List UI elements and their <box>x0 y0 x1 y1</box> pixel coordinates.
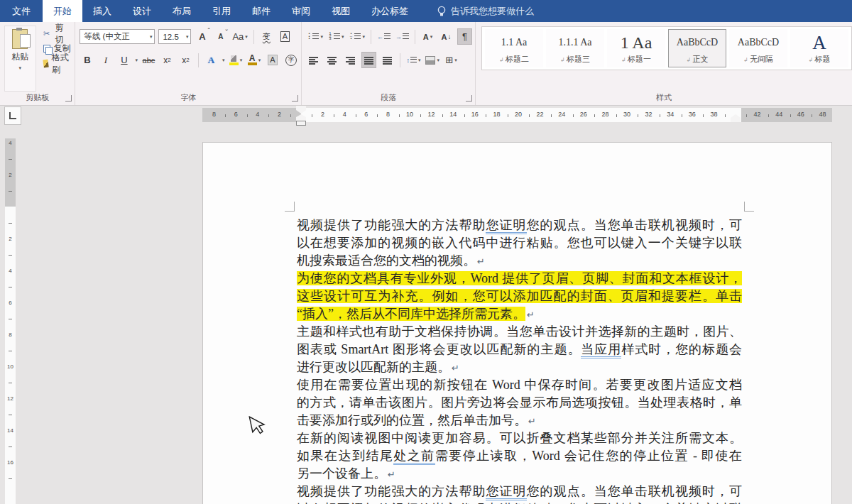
left-indent-marker[interactable] <box>296 121 306 126</box>
align-center-button[interactable] <box>324 52 339 68</box>
asian-layout-button[interactable]: A▾ <box>420 28 435 45</box>
distribute-button[interactable] <box>380 52 395 68</box>
paragraph-group-label: 段落 <box>302 92 475 105</box>
ruler-number: 4 <box>343 111 346 118</box>
strikethrough-button[interactable]: abc <box>141 52 156 68</box>
numbering-button[interactable]: 1 2 3▾ <box>327 28 345 45</box>
paste-button[interactable]: 粘贴 ▾ <box>4 26 36 92</box>
paragraph-mark: ↵ <box>452 363 459 373</box>
format-painter-button[interactable]: 格式刷 <box>42 57 72 70</box>
tab-stop-icon <box>9 112 16 119</box>
decrease-indent-button[interactable]: ← <box>376 28 391 45</box>
shrink-font-button[interactable]: Aˇ <box>213 28 228 45</box>
font-name-combo[interactable]: 等线 (中文正 ▾ <box>80 29 155 44</box>
grammar-underline: 您证明 <box>486 218 526 234</box>
justify-button[interactable] <box>361 52 376 68</box>
tab-design[interactable]: 设计 <box>122 0 162 22</box>
tab-stop-selector[interactable] <box>4 106 21 125</box>
multilevel-list-button[interactable]: • – •▾ <box>348 28 366 45</box>
character-border-button[interactable]: A <box>278 28 293 45</box>
highlighted-text: 为使您的文档具有专业外观，Word 提供了页眉、页脚、封面和文本框设计， <box>297 271 742 285</box>
document-page[interactable]: 视频提供了功能强大的方法帮助您证明您的观点。当您单击联机视频时，可以在想要添加的… <box>202 142 832 504</box>
doc-line: 在新的阅读视图中阅读更加容易。可以折叠文档某些部分并关注所需文本。 <box>297 429 742 447</box>
clipboard-dialog-launcher[interactable] <box>65 95 72 102</box>
doc-line: 以在想要添加的视频的嵌入代码中进行粘贴。您也可以键入一个关键字以联 <box>297 500 742 504</box>
align-right-button[interactable] <box>343 52 358 68</box>
clipboard-group-label: 剪贴板 <box>0 92 75 105</box>
style-item-1[interactable]: 1.1.1 Aa标题三 <box>546 29 604 67</box>
tab-file[interactable]: 文件 <box>0 0 43 22</box>
subscript-button[interactable]: x2 <box>160 52 175 68</box>
text-highlight-button[interactable]: ▾ <box>228 52 243 68</box>
tab-office-tab[interactable]: 办公标签 <box>361 0 419 22</box>
font-size-combo[interactable]: 12.5 ▾ <box>158 29 191 44</box>
align-left-button[interactable] <box>306 52 321 68</box>
tab-view[interactable]: 视图 <box>321 0 361 22</box>
justify-icon <box>364 56 373 64</box>
distribute-icon <box>383 56 392 64</box>
ribbon-tab-bar: 文件 开始插入设计布局引用邮件审阅视图办公标签 告诉我您想要做什么 <box>0 0 852 22</box>
increase-indent-button[interactable]: → <box>395 28 410 45</box>
font-size-caret: ▾ <box>186 34 189 40</box>
bold-button[interactable]: B <box>80 52 94 68</box>
tab-references[interactable]: 引用 <box>202 0 241 22</box>
grammar-underline: 处之前 <box>393 449 435 465</box>
highlighted-text: “插入”，然后从不同库中选择所需元素。 <box>297 307 525 321</box>
font-dialog-launcher[interactable] <box>292 95 298 102</box>
ruler-number: 24 <box>558 111 565 118</box>
style-item-2[interactable]: 1 Aa标题一 <box>607 29 665 67</box>
paste-dropdown-caret[interactable]: ▾ <box>19 65 22 71</box>
style-item-4[interactable]: AaBbCcD无间隔 <box>729 29 787 67</box>
sort-button[interactable]: A↓ <box>439 28 454 45</box>
ruler-bar: 8642246810121416182022242628303234363842… <box>0 106 852 128</box>
tab-layout[interactable]: 布局 <box>162 0 202 22</box>
style-item-3[interactable]: AaBbCcD正文 <box>668 29 726 67</box>
text-effects-button[interactable]: A <box>204 52 219 68</box>
underline-caret[interactable]: ▾ <box>135 57 138 63</box>
paragraph-dialog-launcher[interactable] <box>466 95 472 102</box>
italic-button[interactable]: I <box>98 52 113 68</box>
cut-button[interactable]: ✂ 剪切 <box>42 27 72 40</box>
copy-icon <box>43 45 50 53</box>
tab-mailings[interactable]: 邮件 <box>241 0 281 22</box>
doc-line: 机搜索最适合您的文档的视频。↵ <box>297 252 742 270</box>
underline-button[interactable]: U <box>116 52 131 68</box>
character-shading-button[interactable]: A <box>265 52 280 68</box>
line-spacing-button[interactable]: ↕▾ <box>405 52 421 68</box>
tab-insert[interactable]: 插入 <box>82 0 122 22</box>
paragraph-mark: ↵ <box>477 256 485 267</box>
decrease-indent-icon: ← <box>377 33 390 40</box>
style-preview: 1.1 Aa <box>501 31 528 54</box>
ruler-number: 48 <box>819 111 826 118</box>
doc-line: 的方式，请单击该图片。图片旁边将会显示布局选项按钮。当处理表格时，单 <box>297 394 742 412</box>
font-name-caret: ▾ <box>150 34 153 40</box>
group-styles: 1.1 Aa标题二1.1.1 Aa标题三1 Aa标题一AaBbCcD正文AaBb… <box>476 22 852 105</box>
phonetic-guide-button[interactable]: 变 <box>259 28 274 45</box>
style-item-0[interactable]: 1.1 Aa标题二 <box>485 29 543 67</box>
enclose-characters-button[interactable]: 字 <box>283 52 298 68</box>
styles-group-label: 样式 <box>476 92 852 105</box>
show-hide-marks-button[interactable]: ¶ <box>457 28 472 45</box>
grow-font-button[interactable]: Aˆ <box>195 28 209 45</box>
vertical-ruler[interactable]: 42246810121416 <box>5 138 16 504</box>
borders-button[interactable]: ⊞▾ <box>444 52 459 68</box>
font-color-button[interactable]: A ▾ <box>246 52 261 68</box>
tab-home[interactable]: 开始 <box>43 0 82 22</box>
tab-review[interactable]: 审阅 <box>281 0 321 22</box>
asian-layout-icon: A <box>423 33 429 41</box>
style-preview: 1 Aa <box>621 31 652 54</box>
bullets-icon: • • • <box>307 33 319 40</box>
tell-me-box[interactable]: 告诉我您想要做什么 <box>437 0 534 22</box>
style-item-5[interactable]: A标题 <box>790 29 848 67</box>
doc-line: 这些设计可互为补充。例如，您可以添加匹配的封面、页眉和提要栏。单击 <box>297 287 742 305</box>
superscript-button[interactable]: x2 <box>178 52 193 68</box>
enclose-characters-icon: 字 <box>285 55 297 66</box>
font-group-label: 字体 <box>75 92 301 105</box>
bullets-button[interactable]: • • •▾ <box>306 28 324 45</box>
change-case-button[interactable]: Aa▾ <box>231 28 248 45</box>
highlight-icon <box>229 55 239 65</box>
align-left-icon <box>309 56 318 64</box>
font-color-icon: A <box>248 55 257 65</box>
shading-button[interactable]: ▾ <box>425 52 440 68</box>
ruler-number: 12 <box>428 111 435 118</box>
